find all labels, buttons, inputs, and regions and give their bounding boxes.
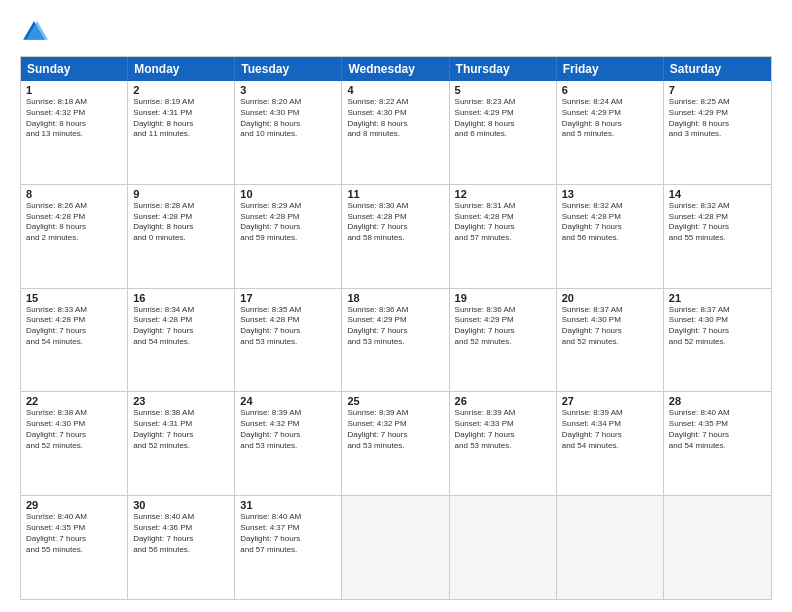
day-number: 2 — [133, 84, 229, 96]
calendar-cell: 18Sunrise: 8:36 AM Sunset: 4:29 PM Dayli… — [342, 289, 449, 392]
calendar-cell: 7Sunrise: 8:25 AM Sunset: 4:29 PM Daylig… — [664, 81, 771, 184]
cell-info: Sunrise: 8:39 AM Sunset: 4:34 PM Dayligh… — [562, 408, 658, 451]
calendar-cell: 26Sunrise: 8:39 AM Sunset: 4:33 PM Dayli… — [450, 392, 557, 495]
day-number: 28 — [669, 395, 766, 407]
calendar-cell: 13Sunrise: 8:32 AM Sunset: 4:28 PM Dayli… — [557, 185, 664, 288]
page-header — [20, 18, 772, 46]
day-number: 11 — [347, 188, 443, 200]
cell-info: Sunrise: 8:32 AM Sunset: 4:28 PM Dayligh… — [562, 201, 658, 244]
cell-info: Sunrise: 8:36 AM Sunset: 4:29 PM Dayligh… — [347, 305, 443, 348]
day-number: 31 — [240, 499, 336, 511]
weekday-header: Tuesday — [235, 57, 342, 81]
calendar-cell: 9Sunrise: 8:28 AM Sunset: 4:28 PM Daylig… — [128, 185, 235, 288]
calendar-cell: 1Sunrise: 8:18 AM Sunset: 4:32 PM Daylig… — [21, 81, 128, 184]
calendar-cell: 3Sunrise: 8:20 AM Sunset: 4:30 PM Daylig… — [235, 81, 342, 184]
day-number: 26 — [455, 395, 551, 407]
weekday-header: Monday — [128, 57, 235, 81]
weekday-header: Friday — [557, 57, 664, 81]
cell-info: Sunrise: 8:24 AM Sunset: 4:29 PM Dayligh… — [562, 97, 658, 140]
calendar-cell: 19Sunrise: 8:36 AM Sunset: 4:29 PM Dayli… — [450, 289, 557, 392]
cell-info: Sunrise: 8:25 AM Sunset: 4:29 PM Dayligh… — [669, 97, 766, 140]
cell-info: Sunrise: 8:40 AM Sunset: 4:35 PM Dayligh… — [669, 408, 766, 451]
logo — [20, 18, 52, 46]
day-number: 15 — [26, 292, 122, 304]
cell-info: Sunrise: 8:30 AM Sunset: 4:28 PM Dayligh… — [347, 201, 443, 244]
day-number: 21 — [669, 292, 766, 304]
cell-info: Sunrise: 8:34 AM Sunset: 4:28 PM Dayligh… — [133, 305, 229, 348]
cell-info: Sunrise: 8:40 AM Sunset: 4:35 PM Dayligh… — [26, 512, 122, 555]
day-number: 22 — [26, 395, 122, 407]
calendar-cell — [664, 496, 771, 599]
day-number: 8 — [26, 188, 122, 200]
cell-info: Sunrise: 8:18 AM Sunset: 4:32 PM Dayligh… — [26, 97, 122, 140]
day-number: 14 — [669, 188, 766, 200]
day-number: 5 — [455, 84, 551, 96]
day-number: 27 — [562, 395, 658, 407]
day-number: 10 — [240, 188, 336, 200]
day-number: 24 — [240, 395, 336, 407]
calendar-cell: 31Sunrise: 8:40 AM Sunset: 4:37 PM Dayli… — [235, 496, 342, 599]
cell-info: Sunrise: 8:29 AM Sunset: 4:28 PM Dayligh… — [240, 201, 336, 244]
calendar-cell: 15Sunrise: 8:33 AM Sunset: 4:28 PM Dayli… — [21, 289, 128, 392]
calendar-row: 22Sunrise: 8:38 AM Sunset: 4:30 PM Dayli… — [21, 391, 771, 495]
cell-info: Sunrise: 8:36 AM Sunset: 4:29 PM Dayligh… — [455, 305, 551, 348]
cell-info: Sunrise: 8:26 AM Sunset: 4:28 PM Dayligh… — [26, 201, 122, 244]
cell-info: Sunrise: 8:22 AM Sunset: 4:30 PM Dayligh… — [347, 97, 443, 140]
weekday-header: Wednesday — [342, 57, 449, 81]
calendar-row: 29Sunrise: 8:40 AM Sunset: 4:35 PM Dayli… — [21, 495, 771, 599]
cell-info: Sunrise: 8:31 AM Sunset: 4:28 PM Dayligh… — [455, 201, 551, 244]
calendar-cell: 28Sunrise: 8:40 AM Sunset: 4:35 PM Dayli… — [664, 392, 771, 495]
cell-info: Sunrise: 8:39 AM Sunset: 4:33 PM Dayligh… — [455, 408, 551, 451]
calendar-cell: 17Sunrise: 8:35 AM Sunset: 4:28 PM Dayli… — [235, 289, 342, 392]
cell-info: Sunrise: 8:37 AM Sunset: 4:30 PM Dayligh… — [562, 305, 658, 348]
day-number: 25 — [347, 395, 443, 407]
calendar-row: 1Sunrise: 8:18 AM Sunset: 4:32 PM Daylig… — [21, 81, 771, 184]
calendar-row: 15Sunrise: 8:33 AM Sunset: 4:28 PM Dayli… — [21, 288, 771, 392]
calendar-cell: 30Sunrise: 8:40 AM Sunset: 4:36 PM Dayli… — [128, 496, 235, 599]
calendar-row: 8Sunrise: 8:26 AM Sunset: 4:28 PM Daylig… — [21, 184, 771, 288]
weekday-header: Sunday — [21, 57, 128, 81]
day-number: 9 — [133, 188, 229, 200]
calendar-cell: 11Sunrise: 8:30 AM Sunset: 4:28 PM Dayli… — [342, 185, 449, 288]
day-number: 17 — [240, 292, 336, 304]
day-number: 29 — [26, 499, 122, 511]
day-number: 7 — [669, 84, 766, 96]
calendar-cell: 20Sunrise: 8:37 AM Sunset: 4:30 PM Dayli… — [557, 289, 664, 392]
day-number: 4 — [347, 84, 443, 96]
cell-info: Sunrise: 8:39 AM Sunset: 4:32 PM Dayligh… — [347, 408, 443, 451]
cell-info: Sunrise: 8:28 AM Sunset: 4:28 PM Dayligh… — [133, 201, 229, 244]
calendar: SundayMondayTuesdayWednesdayThursdayFrid… — [20, 56, 772, 600]
day-number: 1 — [26, 84, 122, 96]
day-number: 6 — [562, 84, 658, 96]
day-number: 23 — [133, 395, 229, 407]
calendar-cell: 23Sunrise: 8:38 AM Sunset: 4:31 PM Dayli… — [128, 392, 235, 495]
cell-info: Sunrise: 8:35 AM Sunset: 4:28 PM Dayligh… — [240, 305, 336, 348]
cell-info: Sunrise: 8:37 AM Sunset: 4:30 PM Dayligh… — [669, 305, 766, 348]
calendar-cell: 22Sunrise: 8:38 AM Sunset: 4:30 PM Dayli… — [21, 392, 128, 495]
calendar-cell: 10Sunrise: 8:29 AM Sunset: 4:28 PM Dayli… — [235, 185, 342, 288]
calendar-cell: 29Sunrise: 8:40 AM Sunset: 4:35 PM Dayli… — [21, 496, 128, 599]
calendar-cell: 27Sunrise: 8:39 AM Sunset: 4:34 PM Dayli… — [557, 392, 664, 495]
cell-info: Sunrise: 8:32 AM Sunset: 4:28 PM Dayligh… — [669, 201, 766, 244]
day-number: 12 — [455, 188, 551, 200]
cell-info: Sunrise: 8:38 AM Sunset: 4:31 PM Dayligh… — [133, 408, 229, 451]
cell-info: Sunrise: 8:38 AM Sunset: 4:30 PM Dayligh… — [26, 408, 122, 451]
calendar-cell — [557, 496, 664, 599]
calendar-cell: 5Sunrise: 8:23 AM Sunset: 4:29 PM Daylig… — [450, 81, 557, 184]
cell-info: Sunrise: 8:20 AM Sunset: 4:30 PM Dayligh… — [240, 97, 336, 140]
cell-info: Sunrise: 8:19 AM Sunset: 4:31 PM Dayligh… — [133, 97, 229, 140]
calendar-cell: 16Sunrise: 8:34 AM Sunset: 4:28 PM Dayli… — [128, 289, 235, 392]
cell-info: Sunrise: 8:40 AM Sunset: 4:36 PM Dayligh… — [133, 512, 229, 555]
calendar-cell: 6Sunrise: 8:24 AM Sunset: 4:29 PM Daylig… — [557, 81, 664, 184]
weekday-header: Thursday — [450, 57, 557, 81]
calendar-cell: 25Sunrise: 8:39 AM Sunset: 4:32 PM Dayli… — [342, 392, 449, 495]
calendar-cell — [450, 496, 557, 599]
cell-info: Sunrise: 8:40 AM Sunset: 4:37 PM Dayligh… — [240, 512, 336, 555]
day-number: 30 — [133, 499, 229, 511]
cell-info: Sunrise: 8:39 AM Sunset: 4:32 PM Dayligh… — [240, 408, 336, 451]
calendar-cell: 21Sunrise: 8:37 AM Sunset: 4:30 PM Dayli… — [664, 289, 771, 392]
logo-icon — [20, 18, 48, 46]
day-number: 13 — [562, 188, 658, 200]
calendar-header: SundayMondayTuesdayWednesdayThursdayFrid… — [21, 57, 771, 81]
day-number: 16 — [133, 292, 229, 304]
